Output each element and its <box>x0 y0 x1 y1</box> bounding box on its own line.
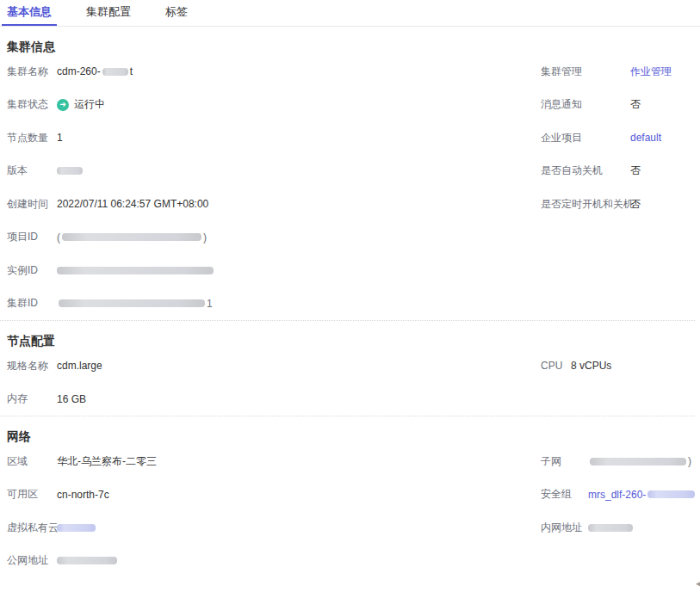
field-instance-id: 实例ID <box>7 254 541 287</box>
field-cluster-management: 集群管理 作业管理 <box>541 55 700 89</box>
project-id-redaction <box>62 233 201 241</box>
public-ip-label: 公网地址 <box>7 553 50 568</box>
private-ip-redaction <box>588 524 633 532</box>
spec-name-label: 规格名称 <box>7 359 50 373</box>
az-label: 可用区 <box>7 487 50 502</box>
field-cluster-id: 集群ID 1 <box>7 287 541 321</box>
cluster-name-value-suffix: t <box>130 65 133 77</box>
auto-shutdown-value: 否 <box>630 163 641 178</box>
section-title-network: 网络 <box>7 428 700 445</box>
subnet-suffix: ) <box>688 455 691 467</box>
subnet-redaction <box>590 458 686 465</box>
created-time-label: 创建时间 <box>7 197 50 212</box>
spec-name-value: cdm.large <box>57 360 102 372</box>
node-count-value: 1 <box>57 132 63 144</box>
auto-shutdown-label: 是否自动关机 <box>541 163 623 178</box>
private-ip-label: 内网地址 <box>541 521 581 535</box>
field-cluster-name: 集群名称 cdm-260-t <box>7 55 541 89</box>
field-node-count: 节点数量 1 <box>7 121 541 155</box>
section-cluster-info: 集群信息 集群名称 cdm-260-t 集群状态 ➜ 运行中 节点 <box>0 27 700 320</box>
section-node-config: 节点配置 规格名称 cdm.large 内存 16 GB CPU 8 vCPUs <box>0 321 700 416</box>
cpu-label: CPU <box>541 360 564 372</box>
notification-label: 消息通知 <box>541 97 623 112</box>
az-value: cn-north-7c <box>57 489 109 501</box>
cluster-status-label: 集群状态 <box>7 97 50 112</box>
memory-value: 16 GB <box>57 393 86 405</box>
cluster-name-value-prefix: cdm-260- <box>57 65 101 77</box>
cluster-id-suffix: 1 <box>207 298 213 310</box>
region-value: 华北-乌兰察布-二零三 <box>57 454 157 469</box>
field-memory: 内存 16 GB <box>7 383 541 416</box>
field-notification: 消息通知 否 <box>541 89 700 122</box>
version-label: 版本 <box>7 163 50 178</box>
cpu-value: 8 vCPUs <box>571 360 611 372</box>
panel-collapse-arrow-icon[interactable]: ◄ <box>694 577 700 589</box>
project-id-label: 项目ID <box>7 230 50 244</box>
instance-id-redaction <box>57 267 214 274</box>
tab-bar: 基本信息 集群配置 标签 <box>0 0 700 27</box>
field-scheduled-onoff: 是否定时开机和关机 否 <box>541 188 700 221</box>
project-id-suffix: ) <box>203 231 207 244</box>
public-ip-redaction <box>57 557 117 564</box>
vpc-label: 虚拟私有云 <box>7 521 50 535</box>
field-vpc: 虚拟私有云 <box>7 511 541 545</box>
field-cpu: CPU 8 vCPUs <box>541 349 700 383</box>
cluster-detail-page: 基本信息 集群配置 标签 集群信息 集群名称 cdm-260-t 集群状态 ➜ … <box>0 0 700 598</box>
field-created-time: 创建时间 2022/07/11 06:24:57 GMT+08:00 <box>7 188 541 221</box>
field-security-group: 安全组 mrs_dlf-260- <box>541 478 700 512</box>
field-project-id: 项目ID () <box>7 221 541 255</box>
tab-basic-info[interactable]: 基本信息 <box>2 0 57 26</box>
version-redaction <box>57 167 83 175</box>
created-time-value: 2022/07/11 06:24:57 GMT+08:00 <box>57 198 208 210</box>
enterprise-project-link[interactable]: default <box>630 132 661 144</box>
field-spec-name: 规格名称 cdm.large <box>7 349 541 383</box>
job-management-link[interactable]: 作业管理 <box>630 65 672 79</box>
cluster-status-value: 运行中 <box>74 97 105 112</box>
scheduled-onoff-value: 否 <box>630 197 641 212</box>
cluster-management-label: 集群管理 <box>541 65 623 79</box>
field-version: 版本 <box>7 155 541 188</box>
status-running-icon: ➜ <box>57 99 69 111</box>
vpc-redaction <box>57 524 96 532</box>
cluster-name-label: 集群名称 <box>7 65 50 79</box>
field-subnet: 子网 ) <box>541 445 700 478</box>
field-auto-shutdown: 是否自动关机 否 <box>541 155 700 188</box>
enterprise-project-label: 企业项目 <box>541 131 623 145</box>
node-count-label: 节点数量 <box>7 131 50 145</box>
project-id-prefix: ( <box>57 231 60 244</box>
field-region: 区域 华北-乌兰察布-二零三 <box>7 445 541 478</box>
field-az: 可用区 cn-north-7c <box>7 478 541 512</box>
field-public-ip: 公网地址 <box>7 545 541 578</box>
subnet-label: 子网 <box>541 454 581 469</box>
section-network: 网络 区域 华北-乌兰察布-二零三 可用区 cn-north-7c 虚拟私有云 … <box>0 416 700 577</box>
scheduled-onoff-label: 是否定时开机和关机 <box>541 197 623 212</box>
region-label: 区域 <box>7 454 50 469</box>
memory-label: 内存 <box>7 391 50 406</box>
field-private-ip: 内网地址 <box>541 511 700 545</box>
field-cluster-status: 集群状态 ➜ 运行中 <box>7 89 541 122</box>
notification-value: 否 <box>630 97 641 112</box>
cluster-name-redaction <box>102 68 128 76</box>
security-group-link[interactable]: mrs_dlf-260- <box>588 489 646 501</box>
cluster-id-redaction <box>59 299 205 307</box>
cluster-id-label: 集群ID <box>7 296 50 311</box>
field-enterprise-project: 企业项目 default <box>541 121 700 155</box>
security-group-label: 安全组 <box>541 487 581 502</box>
section-title-node-config: 节点配置 <box>7 332 700 349</box>
instance-id-label: 实例ID <box>7 263 50 278</box>
section-title-cluster-info: 集群信息 <box>7 38 700 55</box>
tab-tags[interactable]: 标签 <box>160 0 193 26</box>
security-group-redaction <box>647 490 695 498</box>
tab-cluster-config[interactable]: 集群配置 <box>81 0 136 26</box>
